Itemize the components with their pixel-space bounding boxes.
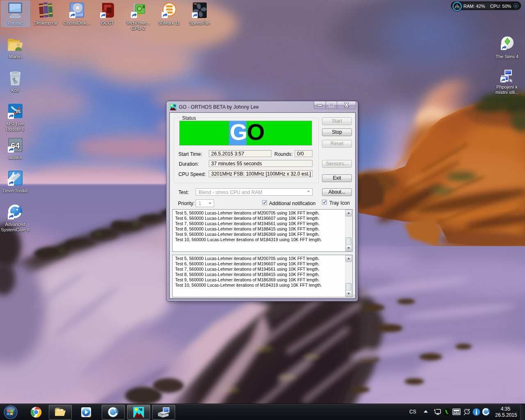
svg-text:VE: VE xyxy=(16,110,21,114)
